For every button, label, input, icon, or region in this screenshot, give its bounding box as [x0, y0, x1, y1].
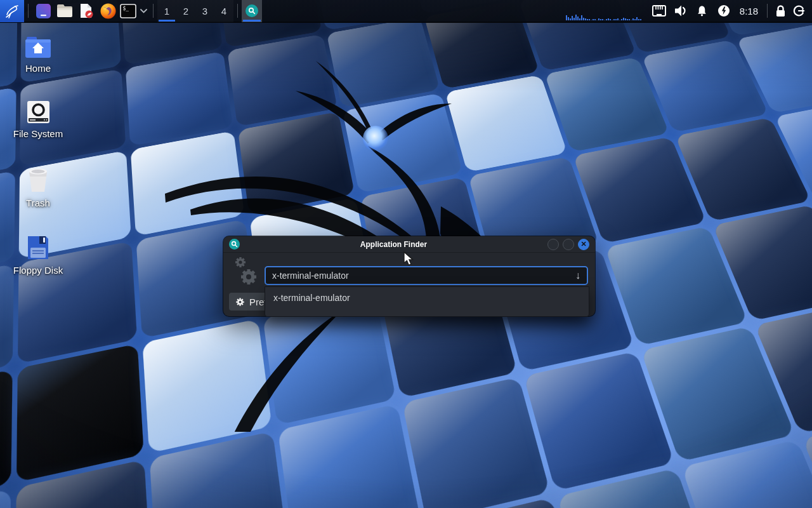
clock[interactable]: 8:18: [740, 6, 758, 17]
system-monitor-graph[interactable]: [565, 0, 648, 22]
search-input[interactable]: x-terminal-emulator: [272, 271, 575, 281]
monitor-bar: [577, 17, 579, 20]
desktop-icon-label: Trash: [26, 197, 50, 208]
desktop-icon-label: Home: [25, 63, 51, 74]
desktop: Home File System Trash: [0, 0, 812, 508]
monitor-bar: [636, 17, 638, 20]
chevron-down-icon: [140, 9, 147, 13]
kali-dragon-silhouette: [152, 38, 596, 432]
monitor-bar: [594, 19, 596, 20]
launcher-text-editor[interactable]: [75, 0, 97, 22]
home-folder-icon: [25, 37, 51, 58]
application-finder-task-icon: [246, 4, 258, 17]
launcher-terminal[interactable]: $_: [119, 0, 138, 22]
bell-icon: [695, 4, 709, 18]
monitor-bar: [568, 17, 569, 20]
volume-tray-item[interactable]: [670, 0, 691, 22]
search-icon: [248, 7, 256, 15]
panel-separator: [153, 4, 154, 18]
panel-separator: [767, 4, 768, 18]
monitor-bar: [600, 19, 601, 20]
window-title: Application Finder: [244, 240, 544, 249]
notifications-tray-item[interactable]: [691, 0, 713, 22]
workspace-number: 2: [183, 6, 188, 17]
monitor-bar: [596, 20, 598, 20]
launcher-firefox[interactable]: [97, 0, 119, 22]
monitor-bar: [581, 15, 582, 20]
minimize-button[interactable]: [547, 239, 559, 250]
monitor-bar: [617, 18, 619, 20]
top-panel: $_ 1 2 3 4: [0, 0, 812, 23]
terminal-glyph: $_: [123, 6, 129, 11]
monitor-bar: [634, 19, 636, 20]
lock-screen-button[interactable]: [771, 0, 789, 22]
suggestion-item[interactable]: x-terminal-emulator: [265, 287, 589, 309]
applications-menu-button[interactable]: [0, 0, 24, 22]
monitor-bar: [606, 19, 607, 20]
dropdown-arrow-icon[interactable]: ↓: [575, 270, 580, 281]
search-suggestions-popup: x-terminal-emulator: [265, 286, 589, 317]
search-combobox[interactable]: x-terminal-emulator ↓: [265, 266, 588, 285]
monitor-bar: [602, 19, 603, 20]
panel-left: $_ 1 2 3 4: [0, 0, 262, 22]
taskbar-application-finder-button[interactable]: [242, 0, 262, 22]
trash-bin-icon: [27, 168, 49, 193]
launcher-dropdown-button[interactable]: [138, 0, 149, 22]
network-wired-icon: [652, 4, 667, 17]
monitor-bar: [566, 15, 567, 20]
maximize-button[interactable]: [563, 239, 574, 250]
monitor-bar: [612, 20, 613, 20]
monitor-bar: [575, 15, 577, 20]
monitor-bar: [625, 18, 626, 20]
monitor-bar: [591, 20, 592, 20]
blue-orb: [363, 126, 388, 151]
terminal-icon: $_: [120, 4, 136, 18]
workspace-number: 3: [202, 6, 207, 17]
power-manager-tray-item[interactable]: [713, 0, 735, 22]
gears-icon: [231, 254, 260, 288]
monitor-bar: [583, 18, 584, 20]
firefox-icon: [100, 3, 116, 19]
monitor-bar: [608, 18, 609, 20]
monitor-bar: [629, 19, 630, 20]
monitor-bar: [623, 18, 624, 20]
floppy-disk-icon: [27, 235, 49, 260]
monitor-bar: [631, 20, 632, 20]
workspace-1[interactable]: 1: [157, 0, 176, 22]
desktop-icon-label: File System: [13, 128, 63, 139]
logout-icon: [792, 4, 805, 17]
desktop-icon-trash[interactable]: Trash: [6, 168, 70, 208]
workspace-3[interactable]: 3: [195, 0, 214, 22]
kali-dragon-icon: [3, 2, 21, 20]
titlebar[interactable]: Application Finder ✕: [223, 236, 595, 253]
window-icon: [229, 239, 240, 250]
desktop-icon-label: Floppy Disk: [13, 265, 63, 276]
monitor-bar: [572, 16, 573, 20]
logout-button[interactable]: [789, 0, 808, 22]
network-tray-item[interactable]: [648, 0, 670, 22]
panel-right: 8:18: [565, 0, 812, 22]
monitor-bar: [627, 19, 628, 20]
text-editor-icon: [79, 3, 94, 18]
monitor-bar: [589, 19, 590, 20]
monitor-bar: [613, 19, 615, 20]
desktop-icon-home[interactable]: Home: [6, 37, 70, 74]
monitor-bar: [585, 18, 586, 20]
launcher-file-manager[interactable]: [54, 0, 75, 22]
workspace-2[interactable]: 2: [176, 0, 195, 22]
search-icon: [231, 241, 238, 248]
monitor-bar: [615, 19, 617, 20]
monitor-bar: [573, 18, 575, 20]
monitor-bar: [604, 20, 605, 20]
monitor-bar: [587, 19, 588, 20]
launcher-desktop-app[interactable]: [32, 0, 54, 22]
monitor-bar: [632, 18, 634, 20]
power-manager-icon: [717, 4, 730, 17]
panel-separator: [28, 4, 29, 18]
hard-drive-icon: [27, 100, 50, 124]
close-button[interactable]: ✕: [578, 239, 589, 250]
monitor-bar: [570, 18, 571, 20]
desktop-icon-filesystem[interactable]: File System: [6, 100, 70, 139]
desktop-icon-floppy[interactable]: Floppy Disk: [6, 235, 70, 276]
workspace-4[interactable]: 4: [214, 0, 233, 22]
